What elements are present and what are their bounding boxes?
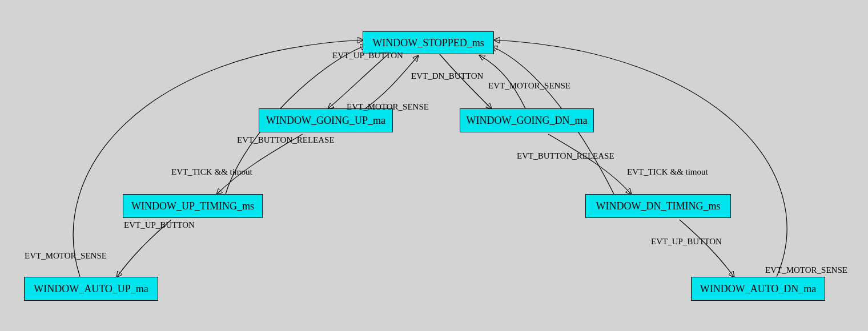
node-window-dn-timing: WINDOW_DN_TIMING_ms <box>585 194 731 218</box>
edge-label-up-timing-to-stopped: EVT_TICK && timout <box>171 167 252 177</box>
edge-label-stopped-to-going-dn: EVT_DN_BUTTON <box>411 71 483 81</box>
node-window-auto-up: WINDOW_AUTO_UP_ma <box>24 277 158 301</box>
edge-label-going-up-to-up-timing: EVT_BUTTON_RELEASE <box>237 135 335 145</box>
node-window-auto-dn: WINDOW_AUTO_DN_ma <box>691 277 825 301</box>
edge-label-auto-dn-to-stopped: EVT_MOTOR_SENSE <box>765 265 847 275</box>
edge-label-dn-timing-to-auto-dn: EVT_UP_BUTTON <box>651 237 722 247</box>
node-window-up-timing: WINDOW_UP_TIMING_ms <box>123 194 263 218</box>
edge-label-stopped-to-going-up: EVT_UP_BUTTON <box>332 51 403 60</box>
edge-label-going-dn-to-dn-timing: EVT_BUTTON_RELEASE <box>517 151 614 161</box>
edge-label-going-up-to-stopped: EVT_MOTOR_SENSE <box>347 102 429 112</box>
node-window-going-dn: WINDOW_GOING_DN_ma <box>460 108 594 132</box>
node-window-going-up: WINDOW_GOING_UP_ma <box>259 108 393 132</box>
edge-label-auto-up-to-stopped: EVT_MOTOR_SENSE <box>25 251 107 261</box>
edge-label-dn-timing-to-stopped: EVT_TICK && timout <box>627 167 708 177</box>
edge-label-up-timing-to-auto-up: EVT_UP_BUTTON <box>124 220 195 230</box>
edge-label-going-dn-to-stopped: EVT_MOTOR_SENSE <box>488 81 570 91</box>
